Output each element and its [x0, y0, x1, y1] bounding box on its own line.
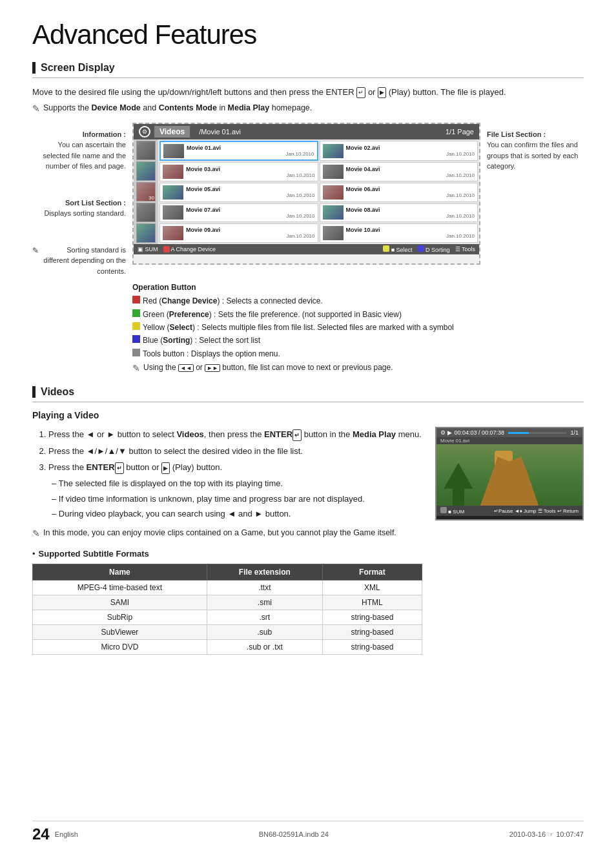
table-row: Micro DVD .sub or .txt string-based [33, 639, 422, 654]
list-item: Tools button : Displays the option menu. [132, 347, 584, 360]
subtitle-section: • Supported Subtitle Formats Name File e… [32, 549, 422, 655]
footer-left-text: BN68-02591A.indb 24 [259, 830, 329, 838]
file-thumb [163, 185, 183, 200]
file-thumb [323, 226, 344, 240]
operation-title: Operation Button [132, 283, 584, 292]
file-info: Movie 08.avi Jan.10.2010 [346, 207, 475, 219]
play-icon-2: ▶ [161, 462, 170, 474]
file-name: Movie 07.avi [186, 207, 315, 213]
giraffe-body [480, 457, 539, 506]
file-name: Movie 10.avi [346, 227, 475, 233]
file-info: Movie 04.avi Jan.10.2010 [346, 166, 475, 178]
operation-list: Red (Change Device) : Selects a connecte… [132, 294, 584, 360]
preference-bold: Preference [169, 310, 209, 319]
file-info: Movie 05.avi Jan.10.2010 [186, 186, 315, 198]
file-date: Jan.10.2010 [346, 151, 475, 157]
play-icon: ▶ [378, 87, 386, 98]
red-square [132, 296, 140, 303]
cell-format: string-based [322, 610, 422, 624]
cell-format: string-based [322, 639, 422, 654]
table-row: Movie 05.avi Jan.10.2010 [159, 183, 318, 202]
bullet-icon: • [32, 549, 36, 559]
table-row: SubRip .srt string-based [33, 610, 422, 624]
info-annotation: Information : You can ascertain the sele… [32, 129, 126, 172]
operation-section: Operation Button Red (Change Device) : S… [32, 283, 584, 373]
table-row: Movie 07.avi Jan.10.2010 [159, 203, 318, 223]
videos-content: Press the ◄ or ► button to select Videos… [32, 427, 584, 654]
tv-page-num: 1/1 Page [446, 128, 474, 136]
game-note: ✎ In this mode, you can enjoy movie clip… [32, 528, 422, 539]
cell-name: SAMI [33, 595, 207, 610]
section-divider [32, 77, 584, 78]
list-item: Blue (Sorting) : Select the sort list [132, 334, 584, 347]
table-row: Movie 04.avi Jan.10.2010 [320, 162, 478, 181]
language-label: English [55, 830, 78, 838]
footer-tools: ☰ Tools [455, 246, 475, 252]
file-thumb [163, 144, 184, 158]
list-item: Press the ◄/►/▲/▼ button to select the d… [48, 444, 422, 458]
table-header-row: Name File extension Format [33, 564, 422, 580]
col-header-ext: File extension [207, 564, 322, 580]
videos-bold: Videos [176, 429, 203, 439]
subtitle-table-body: MPEG-4 time-based text .ttxt XML SAMI .s… [33, 580, 422, 654]
tv-file-grid: Movie 01.avi Jan.10.2010 Movie 02.avi Ja… [158, 139, 479, 244]
tv-sidebar-item-4 [136, 203, 156, 222]
file-thumb [323, 144, 344, 158]
tv-tab-videos: Videos [154, 126, 190, 138]
footer-sum: ▣ SUM [138, 246, 158, 252]
file-date: Jan.10.2010 [186, 233, 315, 239]
cell-ext: .sub [207, 624, 322, 639]
file-date: Jan.10.2010 [186, 192, 315, 198]
file-thumb [163, 165, 183, 179]
change-device-bold: Change Device [161, 296, 217, 305]
vp-icon: ⚙ ▶ [440, 429, 452, 436]
right-ann-desc: You can confirm the files and groups tha… [487, 139, 584, 172]
file-date: Jan.10.2010 [346, 213, 475, 219]
tv-header: ⚙ Videos /Movie 01.avi 1/1 Page [134, 124, 479, 139]
fastforward-icon: ►► [205, 364, 220, 372]
file-info: Movie 03.avi Jan.10.2010 [186, 166, 315, 178]
note-supports: ✎ Supports the Device Mode and Contents … [32, 103, 584, 114]
pencil-icon-3: ✎ [132, 363, 140, 373]
vp-filename: Movie 01.avi [440, 438, 469, 444]
sort-annotation-desc: Displays sorting standard. [32, 208, 126, 219]
table-row: Movie 08.avi Jan.10.2010 [320, 203, 478, 223]
file-name: Movie 05.avi [186, 186, 315, 192]
yellow-square [132, 322, 140, 330]
list-item: The selected file is displayed on the to… [52, 476, 422, 491]
list-item: During video playback, you can search us… [52, 506, 422, 521]
video-player-mock: ⚙ ▶ 00:04:03 / 00:07:38 1/1 Movie 01.avi [435, 427, 584, 520]
vp-content [436, 444, 582, 506]
tv-icon: ⚙ [139, 126, 150, 138]
enter-icon-3: ↵ [115, 462, 124, 474]
table-row: Movie 06.avi Jan.10.2010 [320, 183, 478, 202]
cell-ext: .sub or .txt [207, 639, 322, 654]
file-name: Movie 06.avi [346, 186, 475, 192]
cell-name: SubViewer [33, 624, 207, 639]
yellow-dot [383, 245, 389, 252]
table-row: Movie 02.avi Jan.10.2010 [320, 141, 478, 161]
page-number-box: 24 English [32, 825, 78, 843]
cell-format: string-based [322, 624, 422, 639]
tv-sidebar-item-2 [136, 161, 156, 181]
file-thumb [323, 205, 344, 220]
file-thumb [323, 165, 344, 179]
tv-filename: /Movie 01.avi [199, 128, 241, 136]
enter-bold: ENTER↵ [264, 429, 302, 439]
pencil-icon-4: ✎ [32, 528, 40, 539]
tv-sidebar-item-1 [136, 141, 156, 160]
page-title: Advanced Features [32, 19, 584, 50]
pencil-icon: ✎ [32, 103, 40, 114]
file-date: Jan.10.2010 [187, 151, 314, 157]
list-item: Press the ◄ or ► button to select Videos… [48, 427, 422, 442]
info-annotation-title: Information : [32, 129, 126, 140]
vp-page: 1/1 [570, 429, 579, 436]
list-item: Yellow (Select) : Selects multiple files… [132, 321, 584, 334]
rewind-icon: ◄◄ [178, 364, 194, 372]
section-display-title: Screen Display [32, 62, 584, 74]
sort-annotation-title: Sort List Section : [32, 198, 126, 209]
tv-screen-container: ⚙ Videos /Movie 01.avi 1/1 Page 30 [132, 123, 480, 277]
table-row: Movie 09.avi Jan.10.2010 [159, 223, 318, 243]
tv-sidebar-item-3: 30 [136, 182, 156, 201]
file-name: Movie 08.avi [346, 207, 475, 213]
